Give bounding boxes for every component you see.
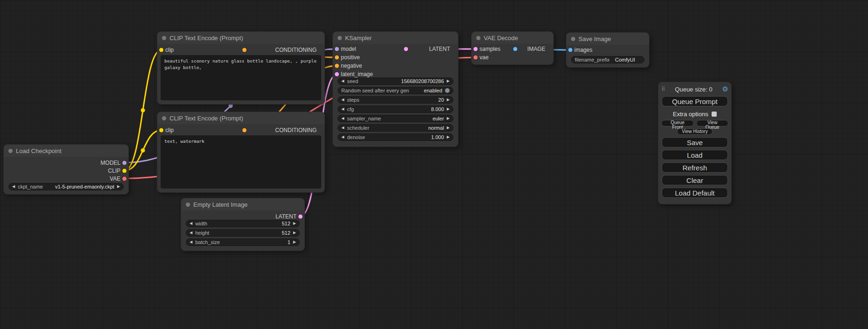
negative-input-port[interactable] [335,64,339,68]
model-output-port[interactable] [122,161,127,165]
decrement-arrow-icon[interactable]: ◀ [190,231,192,235]
collapse-dot-icon[interactable] [476,36,480,40]
positive-input-port[interactable] [335,56,339,60]
decrement-arrow-icon[interactable]: ◀ [12,185,15,189]
node-graph-canvas[interactable]: { "colors": { "model": "#B39DDB", "clip"… [0,0,868,329]
decrement-arrow-icon[interactable]: ◀ [190,222,192,225]
queue-front-button[interactable]: Queue Front [661,120,694,126]
image-output-port[interactable] [513,47,517,51]
denoise-widget[interactable]: ◀ denoise 1.000 ▶ [338,133,453,141]
node-empty-latent-image[interactable]: Empty Latent Image LATENT ◀ width 512 ▶ … [181,198,304,251]
output-slot-label: CONDITIONING [275,127,317,133]
node-save-image[interactable]: Save Image images filename_prefix ComfyU… [566,33,649,67]
scheduler-widget[interactable]: ◀ scheduler normal ▶ [338,124,453,132]
increment-arrow-icon[interactable]: ▶ [117,185,120,189]
latent-output-port[interactable] [404,47,408,51]
queue-panel-header: ⠿ Queue size: 0 ⚙ [661,84,728,94]
latent-image-input-port[interactable] [335,72,339,77]
collapse-dot-icon[interactable] [162,116,166,120]
image-out-slot: IMAGE [511,45,553,53]
decrement-arrow-icon[interactable]: ◀ [190,240,192,244]
conditioning-output-port[interactable] [242,48,247,52]
seed-widget[interactable]: ◀ seed 156680208700286 ▶ [338,77,453,85]
model-slot-row: model LATENT [333,45,458,53]
clear-button[interactable]: Clear [662,175,728,185]
random-seed-toggle[interactable]: Random seed after every gen enabled [338,87,453,94]
save-button[interactable]: Save [662,137,728,147]
load-default-button[interactable]: Load Default [662,188,728,198]
collapse-dot-icon[interactable] [162,36,166,40]
increment-arrow-icon[interactable]: ▶ [293,222,296,225]
refresh-button[interactable]: Refresh [662,162,728,173]
node-title-bar[interactable]: VAE Decode [472,32,553,44]
output-slot-clip: CLIP [4,167,128,175]
latent-output-port[interactable] [298,214,303,218]
queue-panel: ⠿ Queue size: 0 ⚙ Queue Prompt Extra opt… [658,82,731,204]
decrement-arrow-icon[interactable]: ◀ [341,117,344,120]
images-input-port[interactable] [568,48,572,52]
increment-arrow-icon[interactable]: ▶ [293,231,296,235]
settings-gear-icon[interactable]: ⚙ [722,85,728,93]
decrement-arrow-icon[interactable]: ◀ [341,107,344,111]
height-widget[interactable]: ◀ height 512 ▶ [186,229,300,237]
node-clip-text-encode-negative[interactable]: CLIP Text Encode (Prompt) clip CONDITION… [157,112,325,192]
node-title-bar[interactable]: Empty Latent Image [181,198,304,210]
samples-input-port[interactable] [473,47,478,51]
node-title-text: CLIP Text Encode (Prompt) [169,35,243,42]
samples-slot-row: samples IMAGE [472,45,553,53]
decrement-arrow-icon[interactable]: ◀ [341,126,344,130]
extra-options-checkbox[interactable] [712,112,717,117]
increment-arrow-icon[interactable]: ▶ [447,79,450,83]
node-title-bar[interactable]: CLIP Text Encode (Prompt) [157,32,325,44]
load-button[interactable]: Load [662,150,728,160]
filename-prefix-widget[interactable]: filename_prefix ComfyUI [571,56,644,63]
increment-arrow-icon[interactable]: ▶ [447,117,450,120]
queue-prompt-button[interactable]: Queue Prompt [662,96,728,106]
collapse-dot-icon[interactable] [8,149,13,153]
decrement-arrow-icon[interactable]: ◀ [341,79,344,83]
node-ksampler[interactable]: KSampler model LATENT positive negative … [333,32,458,147]
prompt-textarea[interactable]: text, watermark [161,135,321,189]
sampler-name-widget[interactable]: ◀ sampler_name euler ▶ [338,115,453,122]
conditioning-output-port[interactable] [242,128,247,133]
batch-size-widget[interactable]: ◀ batch_size 1 ▶ [186,238,300,246]
increment-arrow-icon[interactable]: ▶ [447,126,450,130]
vae-output-port[interactable] [122,176,127,181]
model-input-port[interactable] [335,47,339,51]
view-queue-button[interactable]: View Queue [696,120,728,126]
increment-arrow-icon[interactable]: ▶ [293,240,296,244]
vae-slot-row: vae [472,53,553,62]
increment-arrow-icon[interactable]: ▶ [447,107,450,111]
increment-arrow-icon[interactable]: ▶ [447,135,450,139]
collapse-dot-icon[interactable] [186,203,190,207]
input-slot-label: clip [165,127,174,133]
widget-value: 512 [282,230,290,236]
input-slot-label: model [341,46,356,52]
node-title-bar[interactable]: Save Image [566,33,649,45]
clip-output-port[interactable] [122,168,127,173]
collapse-dot-icon[interactable] [571,37,575,41]
steps-widget[interactable]: ◀ steps 20 ▶ [338,96,453,104]
widget-value: 20 [438,97,444,103]
ckpt-name-widget[interactable]: ◀ ckpt_name v1-5-pruned-emaonly.ckpt ▶ [8,183,124,190]
node-title-bar[interactable]: KSampler [333,32,458,44]
prompt-textarea[interactable]: beautiful scenery nature glass bottle la… [161,55,321,100]
cfg-widget[interactable]: ◀ cfg 8.000 ▶ [338,105,453,113]
node-load-checkpoint[interactable]: Load Checkpoint MODEL CLIP VAE ◀ ckpt_na… [4,145,128,194]
node-title-bar[interactable]: Load Checkpoint [4,145,128,157]
vae-input-port[interactable] [473,56,478,60]
collapse-dot-icon[interactable] [338,36,342,40]
view-history-button[interactable]: View History [677,128,712,135]
increment-arrow-icon[interactable]: ▶ [447,98,450,102]
decrement-arrow-icon[interactable]: ◀ [341,98,344,102]
node-title-bar[interactable]: CLIP Text Encode (Prompt) [157,112,325,124]
clip-input-port[interactable] [159,128,163,133]
decrement-arrow-icon[interactable]: ◀ [341,135,344,139]
clip-input-port[interactable] [159,48,163,52]
node-vae-decode[interactable]: VAE Decode samples IMAGE vae [472,32,553,64]
toggle-dot[interactable] [445,88,450,93]
width-widget[interactable]: ◀ width 512 ▶ [186,220,300,227]
queue-size-label: Queue size: 0 [665,86,722,93]
drag-handle-icon[interactable]: ⠿ [661,86,665,92]
node-clip-text-encode-positive[interactable]: CLIP Text Encode (Prompt) clip CONDITION… [157,32,325,104]
